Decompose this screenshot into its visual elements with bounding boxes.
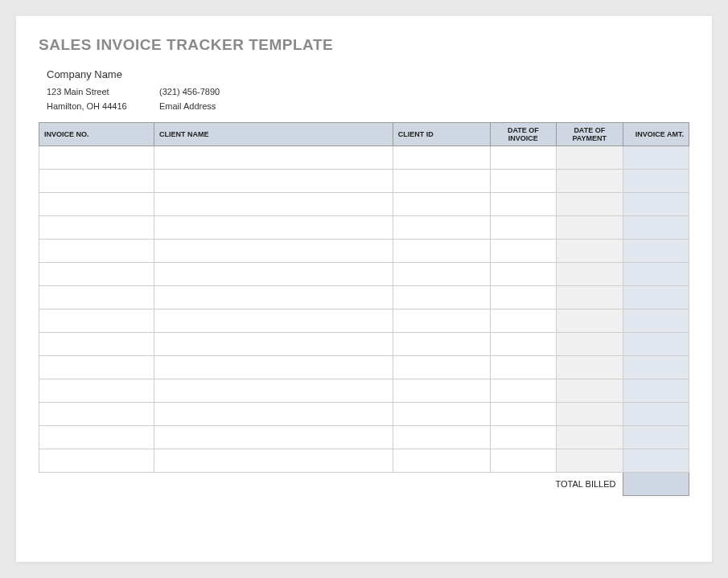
- cell-date_invoice[interactable]: [490, 216, 556, 240]
- cell-invoice_amt[interactable]: [623, 170, 689, 193]
- cell-invoice_no[interactable]: [39, 263, 154, 286]
- cell-client_id[interactable]: [393, 333, 490, 356]
- cell-client_name[interactable]: [154, 193, 393, 216]
- company-email: Email Address: [159, 101, 216, 111]
- cell-invoice_no[interactable]: [39, 333, 154, 356]
- header-client-id: CLIENT ID: [393, 123, 490, 146]
- cell-invoice_no[interactable]: [39, 309, 154, 333]
- cell-invoice_no[interactable]: [39, 216, 154, 240]
- company-city-state-zip: Hamilton, OH 44416: [47, 101, 159, 111]
- cell-client_id[interactable]: [393, 146, 490, 170]
- cell-invoice_no[interactable]: [39, 379, 154, 403]
- table-row: [39, 426, 689, 449]
- cell-date_payment[interactable]: [557, 403, 623, 426]
- cell-date_payment[interactable]: [557, 286, 623, 309]
- cell-invoice_no[interactable]: [39, 146, 154, 170]
- cell-date_payment[interactable]: [557, 356, 623, 379]
- cell-date_payment[interactable]: [557, 333, 623, 356]
- table-body: [39, 146, 689, 473]
- cell-client_id[interactable]: [393, 286, 490, 309]
- cell-client_id[interactable]: [393, 193, 490, 216]
- cell-client_id[interactable]: [393, 309, 490, 333]
- table-row: [39, 356, 689, 379]
- cell-date_payment[interactable]: [557, 193, 623, 216]
- cell-invoice_amt[interactable]: [623, 309, 689, 333]
- table-header-row: INVOICE NO. CLIENT NAME CLIENT ID DATE O…: [39, 123, 689, 146]
- cell-date_payment[interactable]: [557, 449, 623, 473]
- cell-invoice_amt[interactable]: [623, 333, 689, 356]
- cell-invoice_amt[interactable]: [623, 426, 689, 449]
- table-row: [39, 333, 689, 356]
- cell-date_invoice[interactable]: [490, 170, 556, 193]
- cell-invoice_amt[interactable]: [623, 146, 689, 170]
- cell-date_invoice[interactable]: [490, 193, 556, 216]
- cell-client_name[interactable]: [154, 333, 393, 356]
- cell-date_invoice[interactable]: [490, 263, 556, 286]
- cell-client_name[interactable]: [154, 449, 393, 473]
- cell-date_invoice[interactable]: [490, 449, 556, 473]
- cell-date_invoice[interactable]: [490, 403, 556, 426]
- cell-date_payment[interactable]: [557, 146, 623, 170]
- cell-invoice_no[interactable]: [39, 240, 154, 263]
- company-city-row: Hamilton, OH 44416 Email Address: [47, 101, 689, 111]
- cell-client_name[interactable]: [154, 356, 393, 379]
- cell-client_name[interactable]: [154, 379, 393, 403]
- table-row: [39, 216, 689, 240]
- cell-invoice_no[interactable]: [39, 403, 154, 426]
- cell-invoice_amt[interactable]: [623, 356, 689, 379]
- cell-date_payment[interactable]: [557, 426, 623, 449]
- cell-invoice_amt[interactable]: [623, 286, 689, 309]
- cell-client_name[interactable]: [154, 426, 393, 449]
- cell-client_name[interactable]: [154, 286, 393, 309]
- cell-invoice_amt[interactable]: [623, 193, 689, 216]
- cell-date_payment[interactable]: [557, 240, 623, 263]
- cell-date_invoice[interactable]: [490, 240, 556, 263]
- cell-client_id[interactable]: [393, 356, 490, 379]
- cell-invoice_no[interactable]: [39, 170, 154, 193]
- cell-client_name[interactable]: [154, 240, 393, 263]
- cell-client_name[interactable]: [154, 309, 393, 333]
- table-row: [39, 146, 689, 170]
- cell-client_id[interactable]: [393, 170, 490, 193]
- cell-date_invoice[interactable]: [490, 333, 556, 356]
- cell-date_payment[interactable]: [557, 263, 623, 286]
- cell-date_invoice[interactable]: [490, 379, 556, 403]
- header-invoice-no: INVOICE NO.: [39, 123, 154, 146]
- cell-client_id[interactable]: [393, 426, 490, 449]
- table-row: [39, 449, 689, 473]
- cell-client_name[interactable]: [154, 146, 393, 170]
- cell-invoice_amt[interactable]: [623, 240, 689, 263]
- company-address-row: 123 Main Street (321) 456-7890: [47, 87, 689, 96]
- cell-date_payment[interactable]: [557, 379, 623, 403]
- cell-date_payment[interactable]: [557, 216, 623, 240]
- table-row: [39, 170, 689, 193]
- cell-client_id[interactable]: [393, 379, 490, 403]
- cell-date_payment[interactable]: [557, 170, 623, 193]
- cell-client_name[interactable]: [154, 403, 393, 426]
- cell-date_invoice[interactable]: [490, 286, 556, 309]
- cell-client_id[interactable]: [393, 240, 490, 263]
- cell-invoice_amt[interactable]: [623, 403, 689, 426]
- cell-date_invoice[interactable]: [490, 356, 556, 379]
- cell-invoice_amt[interactable]: [623, 379, 689, 403]
- cell-invoice_no[interactable]: [39, 286, 154, 309]
- cell-client_name[interactable]: [154, 170, 393, 193]
- table-row: [39, 263, 689, 286]
- cell-invoice_amt[interactable]: [623, 449, 689, 473]
- cell-client_id[interactable]: [393, 263, 490, 286]
- cell-date_invoice[interactable]: [490, 146, 556, 170]
- cell-invoice_no[interactable]: [39, 426, 154, 449]
- cell-invoice_amt[interactable]: [623, 216, 689, 240]
- cell-date_invoice[interactable]: [490, 309, 556, 333]
- cell-invoice_no[interactable]: [39, 356, 154, 379]
- cell-client_id[interactable]: [393, 449, 490, 473]
- cell-invoice_no[interactable]: [39, 449, 154, 473]
- cell-invoice_no[interactable]: [39, 193, 154, 216]
- cell-client_id[interactable]: [393, 216, 490, 240]
- cell-client_id[interactable]: [393, 403, 490, 426]
- cell-date_invoice[interactable]: [490, 426, 556, 449]
- cell-date_payment[interactable]: [557, 309, 623, 333]
- cell-invoice_amt[interactable]: [623, 263, 689, 286]
- cell-client_name[interactable]: [154, 263, 393, 286]
- cell-client_name[interactable]: [154, 216, 393, 240]
